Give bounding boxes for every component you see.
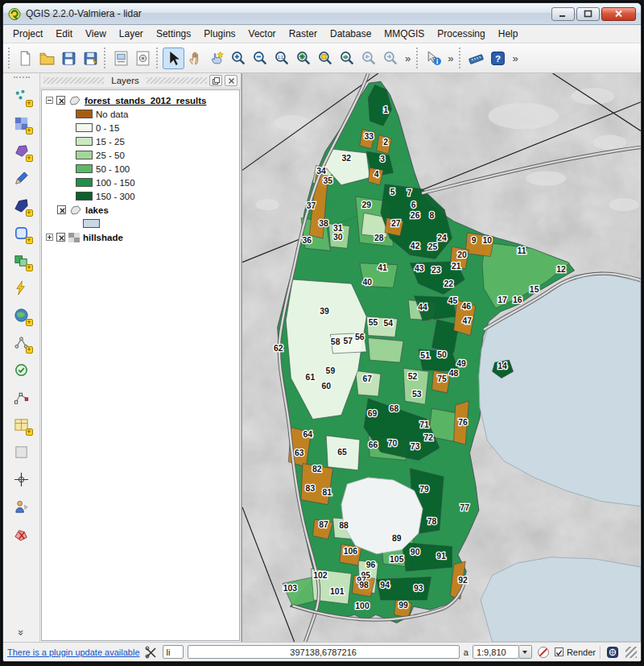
- layer-row-hillshade[interactable]: hillshade: [46, 230, 239, 244]
- toolbar-overflow-chevron[interactable]: »: [444, 52, 456, 64]
- new-composer-button[interactable]: [110, 48, 132, 69]
- node-tool-icon[interactable]: [12, 387, 31, 407]
- toolbar-handle[interactable]: [416, 48, 420, 68]
- toolbar-handle[interactable]: [459, 48, 463, 68]
- crosshair-tool-icon[interactable]: [12, 470, 31, 489]
- sidebar-expand-chevron[interactable]: »: [15, 630, 27, 635]
- layer-visibility-checkbox[interactable]: [57, 205, 66, 214]
- zoom-native-button[interactable]: 1:1: [271, 48, 293, 69]
- layer-name[interactable]: lakes: [85, 205, 109, 215]
- pointer-tool-button[interactable]: [163, 48, 184, 69]
- check-geometry-icon[interactable]: [12, 360, 31, 379]
- legend-item[interactable]: 0 - 15: [76, 121, 239, 134]
- expand-expander-icon[interactable]: [46, 234, 53, 241]
- blank-tool-icon[interactable]: [12, 442, 31, 461]
- scale-value[interactable]: 1:9,810: [473, 645, 519, 659]
- multipoint-tool-icon[interactable]: [12, 86, 31, 105]
- scale-dropdown-button[interactable]: [519, 645, 532, 659]
- zoom-full-button[interactable]: [293, 48, 315, 69]
- zoom-next-button[interactable]: [380, 48, 402, 69]
- layers-panel-header[interactable]: Layers: [40, 73, 241, 89]
- maximize-button[interactable]: [576, 7, 600, 21]
- resize-grip[interactable]: [625, 647, 637, 658]
- collapse-expander-icon[interactable]: [46, 97, 53, 104]
- save-project-button[interactable]: [58, 48, 80, 69]
- render-check-icon[interactable]: [555, 647, 564, 656]
- close-panel-button[interactable]: [225, 75, 237, 86]
- lightning-tool-icon[interactable]: [12, 278, 31, 297]
- topology-nodes-icon[interactable]: [12, 333, 31, 352]
- new-spatialite-layer-icon[interactable]: [12, 196, 31, 215]
- minimize-button[interactable]: [551, 7, 575, 21]
- zoom-last-button[interactable]: [358, 48, 380, 69]
- menu-view[interactable]: View: [79, 26, 113, 42]
- svg-text:67: 67: [362, 374, 372, 383]
- map-canvas[interactable]: 1332332344355729376268382731302836244225…: [242, 73, 641, 642]
- menu-mmqgis[interactable]: MMQGIS: [378, 26, 431, 42]
- new-table-icon[interactable]: [12, 415, 31, 434]
- new-raster-layer-icon[interactable]: [12, 114, 31, 133]
- new-project-button[interactable]: [14, 48, 36, 69]
- pan-tool-button[interactable]: [184, 48, 206, 69]
- menu-layer[interactable]: Layer: [113, 26, 150, 42]
- layers-panel-title: Layers: [104, 76, 147, 85]
- menu-edit[interactable]: Edit: [49, 26, 79, 42]
- plugin-update-link[interactable]: There is a plugin update available: [7, 647, 140, 657]
- layer-visibility-checkbox[interactable]: [56, 233, 65, 242]
- zoom-to-layer-button[interactable]: [336, 48, 358, 69]
- coordinate-box[interactable]: 397138,6787216: [188, 645, 460, 659]
- menu-plugins[interactable]: Plugins: [197, 26, 242, 42]
- toolbar-overflow-chevron[interactable]: »: [509, 52, 521, 64]
- legend-item[interactable]: 25 - 50: [76, 148, 239, 162]
- legend-item[interactable]: 150 - 300: [76, 189, 239, 203]
- annotation-pen-icon[interactable]: [12, 168, 31, 188]
- zoom-out-button[interactable]: [250, 48, 271, 69]
- toolbar-handle[interactable]: [156, 48, 160, 68]
- menu-vector[interactable]: Vector: [242, 26, 283, 42]
- scale-combobox[interactable]: 1:9,810: [473, 645, 532, 659]
- legend-item[interactable]: 15 - 25: [76, 134, 239, 148]
- menu-database[interactable]: Database: [324, 26, 378, 42]
- menu-settings[interactable]: Settings: [150, 26, 197, 42]
- new-wms-layer-icon[interactable]: [12, 305, 31, 325]
- svg-text:50: 50: [437, 350, 447, 359]
- layer-visibility-checkbox[interactable]: [56, 96, 65, 105]
- new-shape-tool-icon[interactable]: [12, 223, 31, 242]
- delete-part-icon[interactable]: [12, 524, 31, 544]
- toolbar-overflow-chevron[interactable]: »: [402, 52, 414, 64]
- menu-project[interactable]: Project: [6, 26, 49, 42]
- legend-item[interactable]: No data: [76, 107, 239, 121]
- menu-processing[interactable]: Processing: [431, 26, 491, 42]
- menu-raster[interactable]: Raster: [283, 26, 324, 42]
- open-project-button[interactable]: [36, 48, 58, 69]
- layer-name[interactable]: hillshade: [83, 233, 123, 242]
- toolbar-handle[interactable]: [8, 48, 12, 68]
- layer-name[interactable]: forest_stands_2012_results: [85, 96, 207, 105]
- crs-status-icon[interactable]: [605, 645, 620, 660]
- composer-manager-button[interactable]: [132, 48, 154, 69]
- new-polygon-layer-icon[interactable]: [12, 141, 31, 160]
- title-bar[interactable]: QGIS 2.2.0-Valmiera - lidar: [3, 3, 641, 25]
- help-button[interactable]: ?: [487, 48, 509, 69]
- new-vector-layer-icon[interactable]: [12, 250, 31, 270]
- layer-row-forest-stands[interactable]: forest_stands_2012_results: [46, 93, 239, 107]
- sidebar-handle[interactable]: [14, 77, 30, 78]
- layer-row-lakes[interactable]: lakes: [57, 203, 239, 217]
- measure-tool-button[interactable]: [465, 48, 487, 69]
- identify-features-button[interactable]: [423, 48, 444, 69]
- user-annotation-icon[interactable]: [12, 497, 31, 516]
- extents-toggle-icon[interactable]: [144, 645, 159, 660]
- zoom-to-selection-button[interactable]: [315, 48, 336, 69]
- stop-render-icon[interactable]: [536, 645, 551, 660]
- svg-text:62: 62: [274, 344, 283, 353]
- float-panel-button[interactable]: [209, 75, 222, 86]
- render-checkbox[interactable]: Render: [555, 647, 596, 657]
- close-button[interactable]: [601, 7, 636, 21]
- legend-item[interactable]: 100 - 150: [76, 176, 239, 189]
- menu-help[interactable]: Help: [492, 26, 525, 42]
- legend-item[interactable]: 50 - 100: [76, 162, 239, 176]
- zoom-in-button[interactable]: [228, 48, 250, 69]
- pan-to-selection-button[interactable]: [206, 48, 228, 69]
- toolbar-handle[interactable]: [104, 48, 108, 68]
- save-project-as-button[interactable]: [80, 48, 101, 69]
